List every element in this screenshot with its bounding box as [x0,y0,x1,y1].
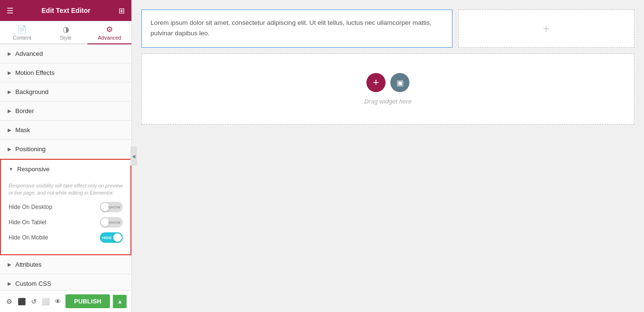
accordion-motion-effects-label: Motion Effects [15,69,54,76]
responsive-icon-btn[interactable]: ⬜ [41,295,50,308]
accordion-attributes: ▶ Attributes [0,255,131,274]
grid-icon[interactable]: ⊞ [118,6,125,15]
responsive-header[interactable]: ▼ Responsive [1,160,130,178]
accordion-custom-css: ▶ Custom CSS [0,274,131,290]
add-widget-icon: + [373,76,379,89]
accordion-custom-css-label: Custom CSS [15,280,51,287]
accordion-mask: ▶ Mask [0,121,131,140]
hide-tablet-toggle-text: SHOW [108,220,120,225]
sidebar-header: ☰ Edit Text Editor ⊞ [0,0,131,21]
hamburger-icon[interactable]: ☰ [7,6,13,15]
sidebar: ☰ Edit Text Editor ⊞ 📄 Content ◑ Style ⚙… [0,0,132,312]
advanced-tab-label: Advanced [98,35,121,41]
tab-advanced[interactable]: ⚙ Advanced [87,21,131,44]
widget-button[interactable]: ▣ [390,73,409,92]
hide-desktop-toggle[interactable]: SHOW [100,202,123,212]
accordion-positioning-header[interactable]: ▶ Positioning [0,140,131,158]
accordion-advanced: ▶ Advanced [0,44,131,63]
accordion-background-label: Background [15,88,48,95]
accordion-mask-label: Mask [15,126,30,134]
hide-mobile-toggle-text: HIDE [102,236,112,240]
main-canvas: Lorem ipsum dolor sit amet, consectetur … [132,0,644,312]
empty-column[interactable]: + [458,10,635,48]
style-tab-label: Style [60,35,71,41]
hide-desktop-row: Hide On Desktop SHOW [9,202,123,212]
publish-arrow-button[interactable]: ▲ [113,295,127,308]
preview-icon-btn[interactable]: 👁 [54,295,63,308]
hide-mobile-toggle[interactable]: HIDE [100,232,123,243]
drag-widget-text: Drag widget here [365,98,412,105]
hide-mobile-thumb [113,233,122,242]
accordion-motion-effects-header[interactable]: ▶ Motion Effects [0,63,131,82]
responsive-arrow: ▼ [9,166,13,172]
hide-tablet-row: Hide On Tablet SHOW [9,217,123,228]
hide-mobile-row: Hide On Mobile HIDE [9,232,123,243]
hide-tablet-label: Hide On Tablet [9,219,46,226]
accordion-background-arrow: ▶ [8,89,11,94]
accordion-positioning-label: Positioning [15,146,46,153]
accordion-attributes-arrow: ▶ [8,262,11,267]
accordion-background-header[interactable]: ▶ Background [0,83,131,101]
content-tab-icon: 📄 [17,25,27,34]
hide-tablet-toggle[interactable]: SHOW [100,217,123,228]
accordion-border: ▶ Border [0,102,131,121]
accordion-advanced-label: Advanced [15,50,43,57]
editor-title: Edit Text Editor [42,7,90,14]
accordion-mask-header[interactable]: ▶ Mask [0,121,131,139]
responsive-body: Responsive visibility will take effect o… [1,178,130,254]
accordion-border-label: Border [15,107,34,114]
drag-buttons: + ▣ [366,73,409,92]
hide-desktop-toggle-wrap: SHOW [100,202,123,212]
style-tab-icon: ◑ [63,25,69,34]
responsive-label: Responsive [17,166,50,173]
canvas-row-1: Lorem ipsum dolor sit amet, consectetur … [141,10,634,48]
collapse-handle[interactable]: ◀ [130,146,137,166]
accordion-border-arrow: ▶ [8,108,11,114]
text-widget[interactable]: Lorem ipsum dolor sit amet, consectetur … [141,10,452,48]
add-column-icon: + [543,22,549,35]
responsive-note: Responsive visibility will take effect o… [9,182,123,196]
accordion-attributes-label: Attributes [15,261,42,268]
sidebar-content: ▶ Advanced ▶ Motion Effects ▶ Background… [0,44,131,290]
accordion-positioning: ▶ Positioning [0,140,131,159]
sidebar-tabs: 📄 Content ◑ Style ⚙ Advanced [0,21,131,44]
accordion-advanced-header[interactable]: ▶ Advanced [0,44,131,63]
publish-button[interactable]: PUBLISH [65,294,110,308]
accordion-attributes-header[interactable]: ▶ Attributes [0,255,131,274]
add-widget-button[interactable]: + [366,73,386,92]
settings-icon-btn[interactable]: ⚙ [5,295,14,308]
accordion-background: ▶ Background [0,83,131,102]
hide-mobile-toggle-wrap: HIDE [100,232,123,243]
layers-icon-btn[interactable]: ⬛ [17,295,26,308]
accordion-custom-css-arrow: ▶ [8,281,11,286]
hide-mobile-label: Hide On Mobile [9,234,48,241]
history-icon-btn[interactable]: ↺ [29,295,38,308]
content-tab-label: Content [13,35,32,41]
tab-content[interactable]: 📄 Content [0,21,44,44]
hide-desktop-label: Hide On Desktop [9,204,52,210]
sidebar-bottom: ⚙ ⬛ ↺ ⬜ 👁 PUBLISH ▲ [0,290,131,312]
hide-tablet-toggle-wrap: SHOW [100,217,123,228]
accordion-mask-arrow: ▶ [8,127,11,133]
responsive-section: ▼ Responsive Responsive visibility will … [0,159,131,255]
hide-desktop-toggle-text: SHOW [108,205,120,209]
accordion-advanced-arrow: ▶ [8,51,11,56]
accordion-custom-css-header[interactable]: ▶ Custom CSS [0,274,131,290]
accordion-motion-effects-arrow: ▶ [8,70,11,75]
accordion-motion-effects: ▶ Motion Effects [0,63,131,83]
text-widget-content: Lorem ipsum dolor sit amet, consectetur … [150,19,431,37]
widget-icon: ▣ [397,78,404,87]
accordion-positioning-arrow: ▶ [8,146,11,152]
drag-widget-row: + ▣ Drag widget here [141,53,634,125]
accordion-border-header[interactable]: ▶ Border [0,102,131,120]
tab-style[interactable]: ◑ Style [44,21,88,44]
advanced-tab-icon: ⚙ [106,25,113,34]
